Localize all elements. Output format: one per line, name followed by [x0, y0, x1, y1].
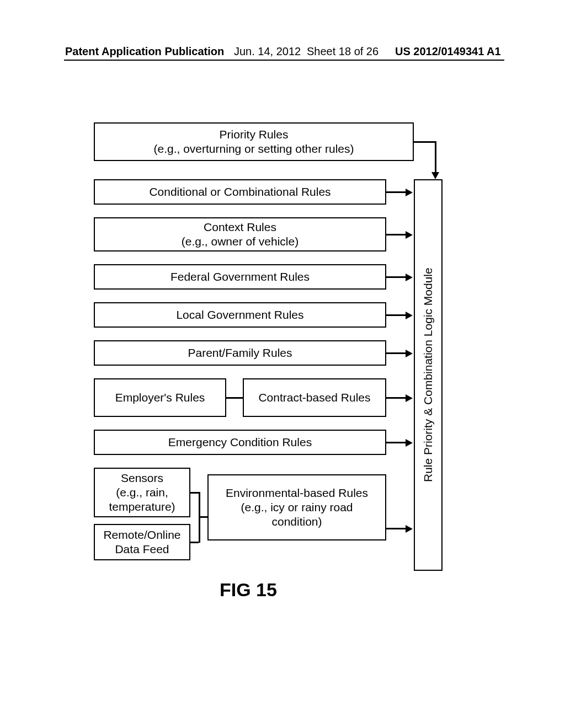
connector [386, 528, 407, 529]
connector [435, 141, 436, 173]
text-rule-module: Rule Priority & Combination Logic Module [422, 268, 435, 483]
box-priority-rules: Priority Rules (e.g., overturning or set… [94, 122, 414, 161]
arrowhead-right-icon [406, 231, 413, 239]
connector [190, 492, 199, 494]
arrowhead-right-icon [406, 274, 413, 281]
connector [386, 352, 407, 354]
box-rule-module: Rule Priority & Combination Logic Module [414, 179, 443, 571]
arrowhead-right-icon [406, 525, 413, 533]
arrowhead-right-icon [406, 394, 413, 402]
publication-number: US 2012/0149341 A1 [395, 45, 501, 58]
connector [386, 397, 407, 399]
box-local-rules: Local Government Rules [94, 302, 386, 328]
arrowhead-right-icon [406, 350, 413, 357]
publication-date: Jun. 14, 2012 [234, 45, 301, 58]
box-conditional-rules: Conditional or Combinational Rules [94, 179, 386, 205]
text-sensors: Sensors (e.g., rain, temperature) [109, 471, 175, 515]
text-employer-rules: Employer's Rules [115, 390, 205, 405]
connector [199, 516, 207, 518]
connector [386, 234, 407, 235]
box-remote-feed: Remote/Online Data Feed [94, 524, 190, 560]
box-emergency-rules: Emergency Condition Rules [94, 430, 386, 455]
arrowhead-right-icon [406, 312, 413, 319]
connector [386, 276, 407, 278]
figure-label: FIG 15 [220, 579, 277, 601]
text-environmental-rules: Environmental-based Rules (e.g., icy or … [226, 486, 368, 529]
publication-label: Patent Application Publication [65, 45, 224, 58]
box-parent-rules: Parent/Family Rules [94, 340, 386, 366]
connector [414, 141, 436, 143]
arrowhead-right-icon [406, 189, 413, 196]
text-local-rules: Local Government Rules [176, 308, 303, 322]
arrowhead-down-icon [431, 172, 439, 179]
text-priority-rules: Priority Rules (e.g., overturning or set… [153, 127, 354, 157]
box-context-rules: Context Rules (e.g., owner of vehicle) [94, 217, 386, 251]
header-divider [64, 60, 504, 61]
box-employer-rules: Employer's Rules [94, 378, 226, 417]
text-federal-rules: Federal Government Rules [170, 270, 310, 284]
connector [190, 542, 199, 543]
diagram-canvas: Priority Rules (e.g., overturning or set… [94, 122, 480, 597]
text-parent-rules: Parent/Family Rules [188, 346, 292, 360]
box-environmental-rules: Environmental-based Rules (e.g., icy or … [207, 474, 386, 540]
box-sensors: Sensors (e.g., rain, temperature) [94, 468, 190, 517]
connector [226, 397, 243, 399]
text-conditional-rules: Conditional or Combinational Rules [149, 185, 331, 199]
box-contract-rules: Contract-based Rules [243, 378, 386, 417]
arrowhead-right-icon [406, 439, 413, 447]
connector [386, 442, 407, 443]
sheet-number: Sheet 18 of 26 [307, 45, 379, 58]
text-remote-feed: Remote/Online Data Feed [103, 528, 180, 557]
text-contract-rules: Contract-based Rules [258, 390, 370, 405]
box-federal-rules: Federal Government Rules [94, 264, 386, 290]
text-emergency-rules: Emergency Condition Rules [168, 435, 312, 449]
connector [386, 314, 407, 316]
text-context-rules: Context Rules (e.g., owner of vehicle) [182, 220, 299, 249]
connector [386, 191, 407, 193]
